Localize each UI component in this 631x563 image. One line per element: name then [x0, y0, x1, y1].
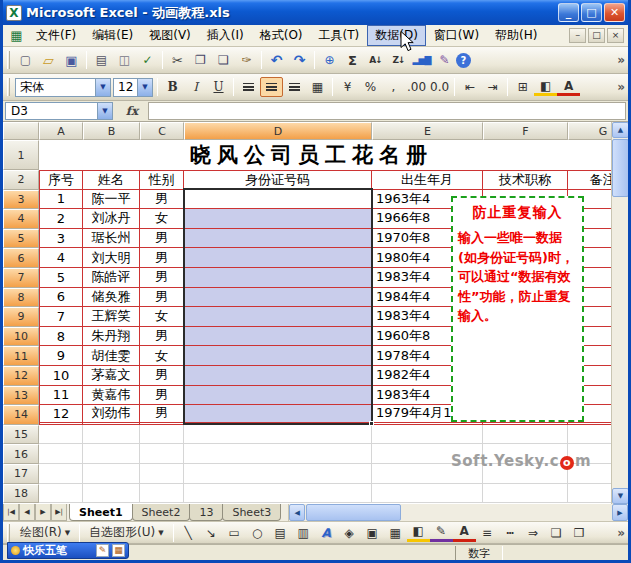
- drawing-icon[interactable]: ✎: [433, 50, 456, 70]
- cell-D3[interactable]: [184, 190, 372, 210]
- insert-function-button[interactable]: fx: [119, 102, 145, 120]
- cell-A4[interactable]: 2: [39, 209, 83, 229]
- increase-indent-icon[interactable]: ⇥: [481, 77, 504, 97]
- borders-icon[interactable]: ⊞: [511, 77, 534, 97]
- cut-icon[interactable]: ✂: [166, 50, 189, 70]
- col-header-D[interactable]: D: [184, 122, 372, 140]
- cell-D15[interactable]: [184, 425, 372, 445]
- cell-D17[interactable]: [184, 464, 372, 484]
- align-right-icon[interactable]: [283, 77, 306, 97]
- row-header-16[interactable]: 16: [3, 444, 39, 464]
- cell-B7[interactable]: 陈皓评: [83, 268, 140, 288]
- row-header-10[interactable]: 10: [3, 327, 39, 347]
- col-header-B[interactable]: B: [83, 122, 140, 140]
- cell-C10[interactable]: 男: [140, 327, 184, 347]
- fill-color-icon[interactable]: ◧: [534, 79, 557, 96]
- cell-D13[interactable]: [184, 386, 372, 406]
- menu-item-6[interactable]: 工具(T): [311, 25, 368, 46]
- cell-B12[interactable]: 茅嘉文: [83, 366, 140, 386]
- italic-icon[interactable]: I: [184, 77, 207, 97]
- close-button[interactable]: ✕: [604, 3, 625, 22]
- cell-A16[interactable]: [39, 444, 83, 464]
- format-painter-icon[interactable]: ✑: [235, 50, 258, 70]
- cell-D2[interactable]: 身份证号码: [184, 170, 372, 190]
- minimize-button[interactable]: _: [558, 3, 579, 22]
- row-header-4[interactable]: 4: [3, 209, 39, 229]
- cell-A13[interactable]: 11: [39, 386, 83, 406]
- help-icon[interactable]: ?: [456, 53, 471, 68]
- tab-scroll-last-icon[interactable]: ▶|: [51, 504, 67, 521]
- col-header-A[interactable]: A: [39, 122, 83, 140]
- cell-D14[interactable]: [184, 405, 372, 425]
- cell-D8[interactable]: [184, 288, 372, 308]
- select-all-corner[interactable]: [3, 122, 39, 140]
- sheet-tab-sheet3[interactable]: Sheet3: [222, 504, 281, 521]
- cell-A7[interactable]: 5: [39, 268, 83, 288]
- save-icon[interactable]: ▣: [60, 50, 83, 70]
- diagram-icon[interactable]: ◈: [338, 524, 361, 542]
- cell-D18[interactable]: [184, 484, 372, 504]
- cell-B2[interactable]: 姓名: [83, 170, 140, 190]
- tab-scroll-prev-icon[interactable]: ◀: [19, 504, 35, 521]
- wordart-icon[interactable]: A: [315, 524, 338, 542]
- row-header-1[interactable]: 1: [3, 140, 39, 170]
- dropdown-icon[interactable]: ▼: [95, 79, 110, 96]
- title-bar[interactable]: X Microsoft Excel - 动画教程.xls _ □ ✕: [3, 0, 628, 25]
- cell-C14[interactable]: 男: [140, 405, 184, 425]
- name-box[interactable]: D3 ▼: [5, 102, 113, 120]
- cell-C15[interactable]: [140, 425, 184, 445]
- paste-icon[interactable]: ❏: [212, 50, 235, 70]
- arrow-style-icon[interactable]: ⇒: [522, 524, 545, 542]
- cell-B18[interactable]: [83, 484, 140, 504]
- autoshapes-menu-button[interactable]: 自选图形(U)▼: [83, 524, 170, 542]
- currency-icon[interactable]: ¥: [336, 77, 359, 97]
- cell-A15[interactable]: [39, 425, 83, 445]
- row-header-6[interactable]: 6: [3, 248, 39, 268]
- tip-textbox[interactable]: 防止重复输入 输入一些唯一数据(如身份证号码)时，可以通过“数据有效性”功能，防…: [451, 196, 584, 422]
- cell-A8[interactable]: 6: [39, 288, 83, 308]
- cell-B17[interactable]: [83, 464, 140, 484]
- cell-A10[interactable]: 8: [39, 327, 83, 347]
- name-box-dropdown-icon[interactable]: ▼: [97, 103, 112, 119]
- dropdown-icon[interactable]: ▼: [65, 529, 70, 537]
- ime-keyboard-icon[interactable]: ▦: [112, 544, 125, 557]
- menu-item-8[interactable]: 窗口(W): [426, 25, 487, 46]
- col-header-E[interactable]: E: [372, 122, 483, 140]
- font-color-icon[interactable]: A: [557, 79, 580, 96]
- cell-B6[interactable]: 刘大明: [83, 248, 140, 268]
- menu-item-3[interactable]: 视图(V): [141, 25, 199, 46]
- sort-desc-icon[interactable]: Z↓: [387, 50, 410, 70]
- print-preview-icon[interactable]: ◫: [113, 50, 136, 70]
- cell-B4[interactable]: 刘冰丹: [83, 209, 140, 229]
- shadow-icon[interactable]: ❏: [545, 524, 568, 542]
- cell-F15[interactable]: [483, 425, 568, 445]
- spelling-icon[interactable]: ✓: [136, 50, 159, 70]
- rectangle-icon[interactable]: ▭: [223, 524, 246, 542]
- row-header-5[interactable]: 5: [3, 229, 39, 249]
- 3d-icon[interactable]: ❒: [568, 524, 591, 542]
- horizontal-scroll-thumb[interactable]: [306, 504, 401, 521]
- cell-B13[interactable]: 黄嘉伟: [83, 386, 140, 406]
- row-header-12[interactable]: 12: [3, 366, 39, 386]
- col-header-F[interactable]: F: [483, 122, 568, 140]
- row-header-17[interactable]: 17: [3, 464, 39, 484]
- copy-icon[interactable]: ❐: [189, 50, 212, 70]
- sheet-tab-13[interactable]: 13: [189, 504, 223, 521]
- cell-D11[interactable]: [184, 346, 372, 366]
- row-header-18[interactable]: 18: [3, 484, 39, 504]
- draw-menu-button[interactable]: 绘图(R)▼: [14, 524, 76, 542]
- row-header-8[interactable]: 8: [3, 288, 39, 308]
- ime-pen-icon[interactable]: ✎: [96, 544, 109, 557]
- cell-D10[interactable]: [184, 327, 372, 347]
- cell-E2[interactable]: 出生年月: [372, 170, 483, 190]
- row-header-3[interactable]: 3: [3, 190, 39, 210]
- scroll-right-icon[interactable]: ▶: [612, 504, 628, 521]
- cell-C7[interactable]: 男: [140, 268, 184, 288]
- cell-C16[interactable]: [140, 444, 184, 464]
- workbook-close-button[interactable]: ×: [607, 28, 624, 43]
- cell-B14[interactable]: 刘劲伟: [83, 405, 140, 425]
- picture-icon[interactable]: ▦: [384, 524, 407, 542]
- dash-style-icon[interactable]: ┅: [499, 524, 522, 542]
- menu-item-5[interactable]: 格式(O): [252, 25, 311, 46]
- cell-A12[interactable]: 10: [39, 366, 83, 386]
